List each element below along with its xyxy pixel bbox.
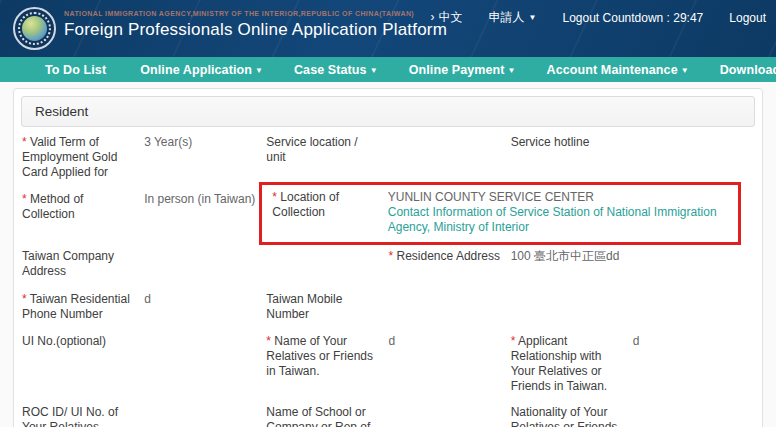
field-label-text: ROC ID/ UI No. of Your Relatives bbox=[22, 405, 118, 427]
field-label: Service location / unit bbox=[266, 135, 388, 165]
field-label-text: Name of Your Relatives or Friends in Tai… bbox=[266, 334, 373, 378]
header-titles: NATIONAL IMMIGRATION AGENCY,MINISTRY OF … bbox=[64, 10, 447, 40]
language-link[interactable]: ›中文 bbox=[431, 9, 463, 26]
field-value: 100 臺北市中正區dd bbox=[511, 249, 694, 264]
logout-button[interactable]: Logout bbox=[729, 11, 766, 25]
field-value: YUNLIN COUNTY SERVICE CENTERContact Info… bbox=[388, 190, 734, 235]
field-label: * Taiwan Residential Phone Number bbox=[22, 292, 144, 322]
field-label: UI No.(optional) bbox=[22, 334, 144, 349]
chevron-down-icon: ▼ bbox=[529, 13, 537, 22]
field-value-text: In person (in Taiwan) bbox=[144, 192, 255, 206]
field-label-text: Taiwan Mobile Number bbox=[266, 292, 342, 321]
field-value: 3 Year(s) bbox=[144, 135, 266, 150]
field-label-text: Taiwan Company Address bbox=[22, 249, 114, 278]
main-nav: To Do List Online Application▼ Case Stat… bbox=[0, 57, 776, 82]
field-value-text: d bbox=[633, 334, 640, 348]
field-value-text: 3 Year(s) bbox=[144, 135, 192, 149]
field-value-text: d bbox=[144, 292, 151, 306]
field-label: * Method of Collection bbox=[22, 192, 144, 222]
agency-name: NATIONAL IMMIGRATION AGENCY,MINISTRY OF … bbox=[64, 10, 447, 17]
platform-title: Foreign Professionals Online Application… bbox=[64, 20, 447, 40]
required-asterisk: * bbox=[389, 249, 397, 263]
field-value: d bbox=[388, 334, 510, 349]
content-card: Resident * Valid Term of Employment Gold… bbox=[13, 88, 763, 427]
panel-title: Resident bbox=[21, 96, 755, 127]
field-label-text: Applicant Relationship with Your Relativ… bbox=[511, 334, 608, 393]
required-asterisk: * bbox=[511, 334, 518, 348]
field-value-text: 100 臺北市中正區dd bbox=[511, 249, 620, 263]
field-label-text: Location of Collection bbox=[272, 190, 339, 219]
field-label: * Applicant Relationship with Your Relat… bbox=[511, 334, 633, 394]
field-label-text: Service location / unit bbox=[266, 135, 357, 164]
form-row: Taiwan Company Address* Residence Addres… bbox=[22, 249, 755, 292]
applicant-menu[interactable]: 申請人▼ bbox=[489, 9, 537, 26]
field-value: In person (in Taiwan) bbox=[144, 192, 266, 207]
nav-item-case-status[interactable]: Case Status▼ bbox=[294, 63, 378, 77]
field-label: * Name of Your Relatives or Friends in T… bbox=[266, 334, 388, 379]
field-label: Name of School or Company or Rep of bbox=[266, 405, 388, 427]
highlight-box-location-of-collection: * Location of CollectionYUNLIN COUNTY SE… bbox=[259, 182, 741, 245]
chevron-down-icon: ▼ bbox=[508, 66, 516, 75]
required-asterisk: * bbox=[22, 192, 30, 206]
field-value-text: YUNLIN COUNTY SERVICE CENTER bbox=[388, 190, 728, 205]
field-label-text: UI No.(optional) bbox=[22, 334, 106, 348]
nav-item-account-maintenance[interactable]: Account Maintenance▼ bbox=[547, 63, 689, 77]
field-label: * Location of Collection bbox=[272, 190, 387, 220]
field-label-text: Service hotline bbox=[511, 135, 590, 149]
form-row: ROC ID/ UI No. of Your RelativesName of … bbox=[22, 405, 755, 427]
nav-item-online-payment[interactable]: Online Payment▼ bbox=[409, 63, 516, 77]
field-label: * Residence Address bbox=[389, 249, 511, 264]
nav-item-online-application[interactable]: Online Application▼ bbox=[140, 63, 263, 77]
header-links: ›中文 申請人▼ Logout Countdown : 29:47 Logout bbox=[431, 9, 766, 26]
field-label: Nationality of Your Relatives or Friends bbox=[511, 405, 633, 427]
chevron-down-icon: ▼ bbox=[255, 66, 263, 75]
field-value: d bbox=[633, 334, 755, 349]
form-row: UI No.(optional)* Name of Your Relatives… bbox=[22, 334, 755, 405]
field-label-text: Nationality of Your Relatives or Friends bbox=[511, 405, 618, 427]
field-label: Service hotline bbox=[511, 135, 633, 150]
field-label: Taiwan Company Address bbox=[22, 249, 144, 279]
field-value-text: d bbox=[388, 334, 395, 348]
form-row: * Method of CollectionIn person (in Taiw… bbox=[22, 192, 755, 249]
form-grid: * Valid Term of Employment Gold Card App… bbox=[21, 127, 755, 427]
nia-logo-icon bbox=[13, 7, 56, 50]
logo-globe-icon bbox=[22, 16, 47, 41]
logo-dotted-ring bbox=[18, 12, 51, 45]
required-asterisk: * bbox=[22, 292, 30, 306]
field-label-text: Valid Term of Employment Gold Card Appli… bbox=[22, 135, 117, 179]
field-label-text: Name of School or Company or Rep of bbox=[266, 405, 370, 427]
field-label-text: Method of Collection bbox=[22, 192, 83, 221]
field-label: Taiwan Mobile Number bbox=[266, 292, 388, 322]
chevron-down-icon: ▼ bbox=[681, 66, 689, 75]
chevron-down-icon: ▼ bbox=[370, 66, 378, 75]
required-asterisk: * bbox=[22, 135, 30, 149]
logout-countdown: Logout Countdown : 29:47 bbox=[563, 11, 704, 25]
nav-item-to-do-list[interactable]: To Do List bbox=[45, 63, 109, 77]
chevron-right-icon: › bbox=[431, 10, 435, 24]
field-label: ROC ID/ UI No. of Your Relatives bbox=[22, 405, 144, 427]
field-label-text: Residence Address bbox=[397, 249, 500, 263]
field-label: * Valid Term of Employment Gold Card App… bbox=[22, 135, 144, 180]
top-header: NATIONAL IMMIGRATION AGENCY,MINISTRY OF … bbox=[0, 0, 776, 57]
form-row: * Taiwan Residential Phone NumberdTaiwan… bbox=[22, 292, 755, 334]
service-station-contact-link[interactable]: Contact Information of Service Station o… bbox=[388, 205, 717, 234]
nav-item-download[interactable]: Download▼ bbox=[720, 63, 776, 77]
field-value: d bbox=[144, 292, 266, 307]
field-label-text: Taiwan Residential Phone Number bbox=[22, 292, 130, 321]
countdown-value: 29:47 bbox=[673, 11, 703, 25]
